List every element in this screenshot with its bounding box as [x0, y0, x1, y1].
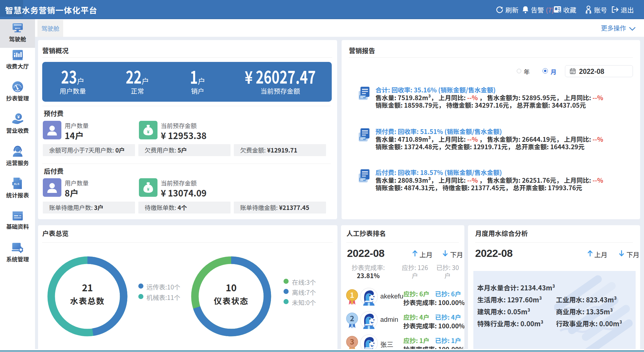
svg-text:¥: ¥ [147, 187, 150, 192]
svg-text:¥: ¥ [147, 129, 150, 134]
svg-text:1: 1 [350, 289, 354, 300]
svg-text:3: 3 [350, 336, 354, 347]
svg-text:¥: ¥ [17, 114, 20, 119]
svg-text:XLS: XLS [13, 182, 19, 185]
svg-text:2: 2 [350, 313, 354, 323]
